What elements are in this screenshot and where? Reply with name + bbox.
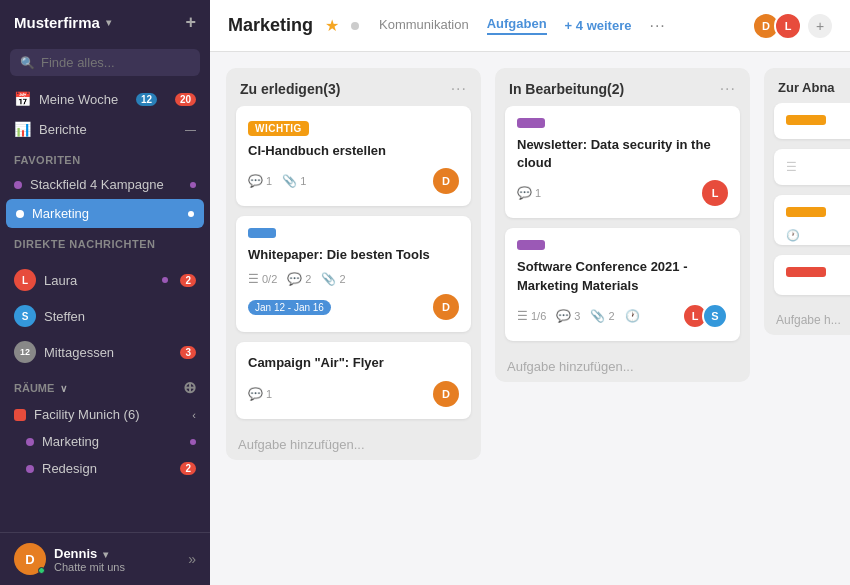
card-ci-handbuch[interactable]: WICHTIG CI-Handbuch erstellen 💬 1 📎 1 [236, 106, 471, 206]
rooms-header: Räume ∨ ⊕ [0, 370, 210, 401]
add-task-abnahme[interactable]: Aufgabe h... [764, 305, 850, 335]
sidebar-my-week-label: Meine Woche [39, 92, 118, 107]
rooms-label: Räume ∨ [14, 382, 179, 394]
kanban-board: Zu erledigen(3) ··· WICHTIG CI-Handbuch … [210, 52, 850, 585]
add-task-inprogress[interactable]: Aufgabe hinzufügen... [495, 351, 750, 382]
reports-dash: — [185, 123, 196, 135]
attachment-icon-wp: 📎 [321, 272, 336, 286]
column-todo: Zu erledigen(3) ··· WICHTIG CI-Handbuch … [226, 68, 481, 460]
dm-mittagessen-label: Mittagessen [44, 345, 114, 360]
dm-label: Direkte Nachrichten [0, 228, 210, 254]
favorites-label: Favoriten [0, 144, 210, 170]
column-inprogress-menu[interactable]: ··· [720, 80, 736, 98]
card-abnahme-1[interactable] [774, 103, 850, 139]
card-abnahme-2[interactable]: ☰ [774, 149, 850, 185]
tab-kommunikation[interactable]: Kommunikation [379, 17, 469, 34]
sidebar-fav-marketing[interactable]: Marketing [6, 199, 204, 228]
card-tag-wichtig: WICHTIG [248, 121, 309, 136]
card-assignee-fl: D [433, 381, 459, 407]
card-meta-softconf: ☰ 1/6 💬 3 📎 2 [517, 309, 640, 323]
card-color-a3 [786, 207, 826, 217]
room-marketing[interactable]: Marketing [0, 428, 210, 455]
search-input[interactable] [41, 55, 190, 70]
add-task-todo[interactable]: Aufgabe hinzufügen... [226, 429, 481, 460]
card-assignee-nl: L [702, 180, 728, 206]
room-facility-munich[interactable]: Facility Munich (6) ‹ [0, 401, 210, 428]
card-campaign-flyer[interactable]: Campaign "Air": Flyer 💬 1 D [236, 342, 471, 418]
card-assignees-sc: L S [682, 303, 728, 329]
badge-myweek-blue: 12 [136, 93, 157, 106]
fav-dot-marketing [16, 210, 24, 218]
column-todo-menu[interactable]: ··· [451, 80, 467, 98]
sidebar-dm-steffen[interactable]: S Steffen [0, 298, 210, 334]
sidebar-add-button[interactable]: + [185, 12, 196, 33]
card-title-ci: CI-Handbuch erstellen [248, 142, 459, 160]
list-icon-a2: ☰ [786, 160, 797, 174]
dm-steffen-label: Steffen [44, 309, 85, 324]
card-abnahme-3[interactable]: 🕐 [774, 195, 850, 245]
card-title-whitepaper: Whitepaper: Die besten Tools [248, 246, 459, 264]
column-todo-header: Zu erledigen(3) ··· [226, 68, 481, 106]
topbar-right: D L + [752, 12, 832, 40]
clock-icon-a3: 🕐 [786, 229, 800, 241]
card-whitepaper[interactable]: Whitepaper: Die besten Tools ☰ 0/2 💬 2 📎 [236, 216, 471, 332]
attachment-count-wp: 📎 2 [321, 272, 345, 286]
fav-online-dot [190, 182, 196, 188]
comment-icon-nl: 💬 [517, 186, 532, 200]
topbar: Marketing ★ Kommunikation Aufgaben + 4 w… [210, 0, 850, 52]
column-todo-title: Zu erledigen(3) [240, 81, 445, 97]
card-software-conf[interactable]: Software Conference 2021 - Marketing Mat… [505, 228, 740, 340]
clock-sc: 🕐 [625, 309, 640, 323]
column-inprogress-cards: Newsletter: Data security in the cloud 💬… [495, 106, 750, 351]
attachment-count-sc: 📎 2 [590, 309, 614, 323]
fav-marketing-dot [188, 211, 194, 217]
username: Dennis ▾ [54, 546, 125, 561]
member-avatar-2[interactable]: L [774, 12, 802, 40]
card-abnahme-4[interactable] [774, 255, 850, 295]
room-dot-marketing [26, 438, 34, 446]
card-color-softconf [517, 240, 545, 250]
room-redesign[interactable]: Redesign 2 [0, 455, 210, 482]
add-member-button[interactable]: + [808, 14, 832, 38]
tab-more[interactable]: + 4 weitere [565, 18, 632, 33]
sidebar-dm-mittagessen[interactable]: 12 Mittagessen 3 [0, 334, 210, 370]
favorite-star[interactable]: ★ [325, 16, 339, 35]
dm-avatar-steffen: S [14, 305, 36, 327]
card-newsletter[interactable]: Newsletter: Data security in the cloud 💬… [505, 106, 740, 218]
room-facility-collapse[interactable]: ‹ [192, 409, 196, 421]
dm-laura-dot [162, 277, 168, 283]
dm-mittagessen-badge: 3 [180, 346, 196, 359]
sidebar-collapse-button[interactable]: » [188, 551, 196, 567]
tab-aufgaben[interactable]: Aufgaben [487, 16, 547, 35]
card-title-flyer: Campaign "Air": Flyer [248, 354, 459, 372]
comment-count-fl: 💬 1 [248, 387, 272, 401]
company-caret[interactable]: ▾ [106, 17, 111, 28]
status-dot [351, 22, 359, 30]
sidebar-dm-add[interactable] [0, 254, 210, 262]
clock-icon-sc: 🕐 [625, 309, 640, 323]
column-abnahme-cards: ☰ 🕐 [764, 103, 850, 305]
sidebar: Musterfirma ▾ + 🔍 📅 Meine Woche 12 20 📊 … [0, 0, 210, 585]
attachment-icon-sc: 📎 [590, 309, 605, 323]
card-footer-whitepaper: Jan 12 - Jan 16 D [248, 294, 459, 320]
dm-avatar-mittagessen: 12 [14, 341, 36, 363]
member-avatars: D L [752, 12, 802, 40]
topbar-menu[interactable]: ··· [649, 17, 665, 35]
sidebar-fav-stackfield[interactable]: Stackfield 4 Kampagne [0, 170, 210, 199]
sidebar-item-my-week[interactable]: 📅 Meine Woche 12 20 [0, 84, 210, 114]
fav-stackfield-label: Stackfield 4 Kampagne [30, 177, 164, 192]
dm-avatar-laura: L [14, 269, 36, 291]
user-profile[interactable]: D Dennis ▾ Chatte mit uns [14, 543, 125, 575]
card-title-softconf: Software Conference 2021 - Marketing Mat… [517, 258, 728, 294]
room-redesign-badge: 2 [180, 462, 196, 475]
calendar-icon: 📅 [14, 91, 31, 107]
card-color-a4 [786, 267, 826, 277]
room-marketing-dot [190, 439, 196, 445]
comment-icon-fl: 💬 [248, 387, 263, 401]
sidebar-dm-laura[interactable]: L Laura 2 [0, 262, 210, 298]
attachment-count: 📎 1 [282, 174, 306, 188]
rooms-add-button[interactable]: ⊕ [183, 378, 196, 397]
card-footer-ci: 💬 1 📎 1 D [248, 168, 459, 194]
card-meta-ci: 💬 1 📎 1 [248, 174, 306, 188]
sidebar-item-reports[interactable]: 📊 Berichte — [0, 114, 210, 144]
